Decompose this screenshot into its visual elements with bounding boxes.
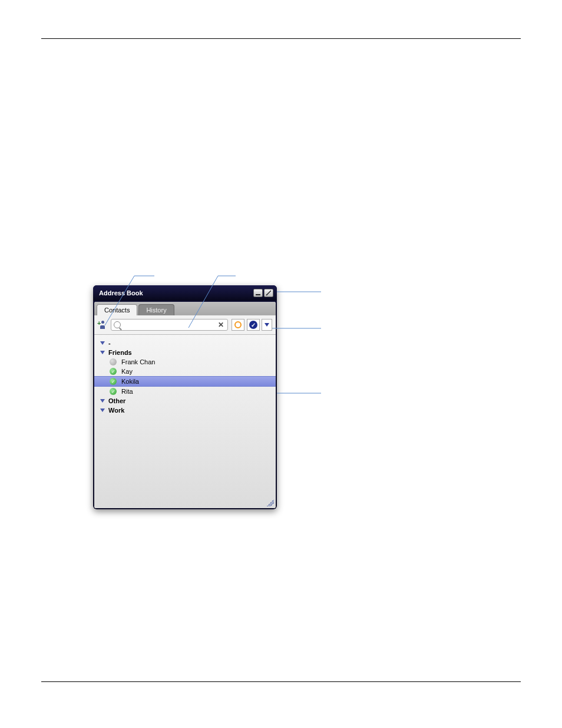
close-icon [266,290,272,296]
expand-icon [100,409,105,412]
filter-online-button[interactable]: ✓ [247,319,260,331]
minimize-button[interactable] [253,289,263,297]
minimize-icon [256,294,260,295]
tab-history-label: History [146,307,166,314]
tab-contacts-label: Contacts [104,307,130,314]
svg-line-0 [266,291,271,295]
online-icon: ✓ [249,321,257,329]
toolbar: + ✕ ✓ [94,315,276,335]
status-online-icon [110,388,117,395]
chevron-down-icon [265,323,269,327]
search-field[interactable]: ✕ [111,319,228,331]
contact-kay[interactable]: Kay [94,367,276,376]
group-label: Work [108,407,124,414]
status-offline-icon [110,358,117,365]
status-online-icon [110,378,117,385]
filter-recent-button[interactable] [232,319,244,331]
search-icon [114,321,121,328]
contact-name: Rita [121,388,133,395]
contact-rita[interactable]: Rita [94,387,276,396]
group-other[interactable]: Other [94,396,276,406]
group-dash[interactable]: - [94,338,276,348]
filter-dropdown-button[interactable] [262,319,272,331]
group-friends[interactable]: Friends [94,348,276,357]
contact-list[interactable]: - Friends Frank Chan Kay Kokila Rita [94,335,276,508]
contact-kokila[interactable]: Kokila [94,376,276,387]
expand-icon [100,399,105,403]
tabs: Contacts History [94,302,276,315]
contact-name: Kokila [121,378,139,385]
resize-grip[interactable] [267,499,274,506]
page-top-rule [41,38,521,39]
search-input[interactable] [123,321,217,328]
add-contact-button[interactable]: + [98,319,108,330]
contact-frank-chan[interactable]: Frank Chan [94,357,276,367]
expand-icon [100,351,105,354]
close-button[interactable] [264,289,273,297]
group-work[interactable]: Work [94,406,276,415]
contact-name: Frank Chan [121,358,155,365]
recent-icon [234,321,242,328]
group-label: - [108,340,111,347]
contact-name: Kay [121,368,133,375]
tab-contacts[interactable]: Contacts [97,304,137,315]
annotation-lines [0,0,562,728]
window-title: Address Book [97,289,252,297]
status-online-icon [110,368,117,375]
search-clear-button[interactable]: ✕ [217,321,225,329]
group-label: Other [108,397,125,404]
page-bottom-rule [41,681,521,682]
add-contact-icon: + [99,321,107,329]
expand-icon [100,341,105,345]
group-label: Friends [108,349,132,356]
tab-history[interactable]: History [138,304,174,315]
address-book-window: Address Book Contacts History + [93,285,277,509]
window-inner: Contacts History + ✕ ✓ [94,302,276,508]
titlebar[interactable]: Address Book [93,285,277,301]
